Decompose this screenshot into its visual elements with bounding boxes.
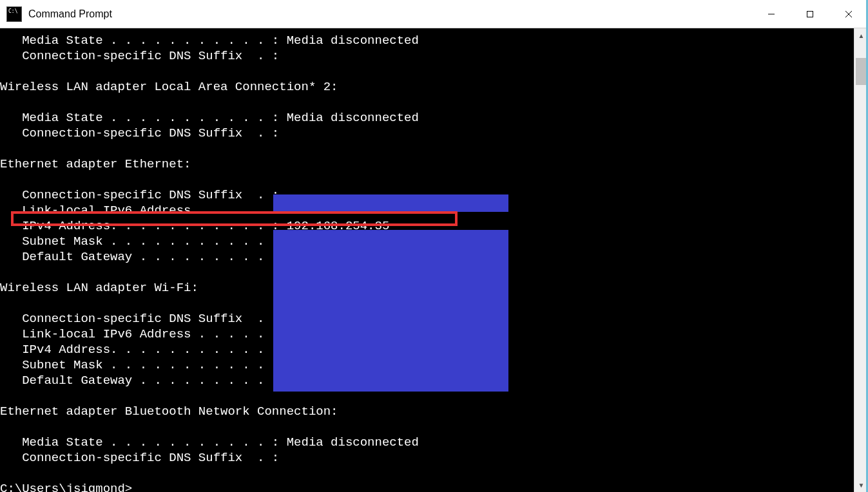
cmd-icon <box>6 6 22 22</box>
terminal-line: Media State . . . . . . . . . . . : Medi… <box>0 33 854 48</box>
window-title: Command Prompt <box>28 8 112 20</box>
redaction-block <box>273 194 508 212</box>
terminal-line <box>0 172 854 187</box>
terminal-line: Connection-specific DNS Suffix . : <box>0 450 854 466</box>
terminal-line <box>0 419 854 435</box>
titlebar: Command Prompt <box>0 0 868 28</box>
terminal-line: Ethernet adapter Ethernet: <box>0 156 854 172</box>
terminal-line <box>0 64 854 79</box>
window-controls <box>752 0 868 28</box>
terminal-line: Wireless LAN adapter Local Area Connecti… <box>0 79 854 95</box>
terminal-line: Media State . . . . . . . . . . . : Medi… <box>0 110 854 126</box>
terminal-line <box>0 466 854 481</box>
ipv4-highlight-box <box>11 211 458 226</box>
redaction-block <box>273 230 508 392</box>
scroll-thumb[interactable] <box>856 58 867 85</box>
terminal-output[interactable]: Media State . . . . . . . . . . . : Medi… <box>0 28 854 492</box>
terminal-line: Connection-specific DNS Suffix . : <box>0 48 854 64</box>
minimize-button[interactable] <box>752 0 791 28</box>
terminal-line <box>0 141 854 156</box>
terminal-line: Connection-specific DNS Suffix . : <box>0 126 854 141</box>
terminal-line: Media State . . . . . . . . . . . : Medi… <box>0 435 854 450</box>
terminal-line: C:\Users\jsigmond> <box>0 481 854 492</box>
close-button[interactable] <box>829 0 868 28</box>
terminal-line <box>0 95 854 110</box>
maximize-button[interactable] <box>791 0 829 28</box>
svg-rect-1 <box>807 11 813 17</box>
terminal-line: Ethernet adapter Bluetooth Network Conne… <box>0 404 854 419</box>
